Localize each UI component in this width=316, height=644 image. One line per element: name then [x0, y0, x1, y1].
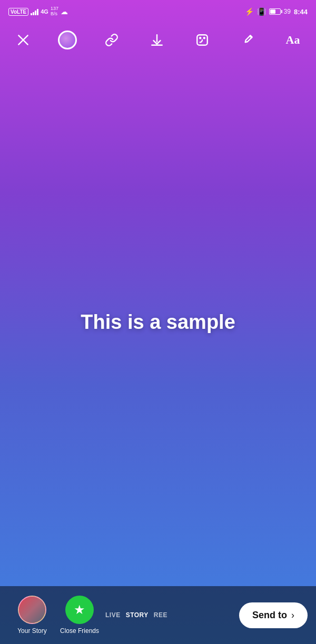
close-friends-tab[interactable]: ★ Close Friends	[56, 596, 103, 635]
status-bar: VoLTE 4G 137B/s ☁ ⚡ 📳 39 8:44	[0, 0, 316, 23]
send-to-label: Send to	[252, 610, 287, 621]
story-type-tabs: LIVE STORY REE	[105, 611, 167, 619]
link-button[interactable]	[101, 29, 122, 51]
star-icon: ★	[74, 602, 85, 617]
tab-story[interactable]: STORY	[126, 611, 149, 619]
close-button[interactable]	[13, 29, 34, 51]
story-main-text: This is a sample	[81, 311, 235, 334]
bottom-action-bar: Your Story ★ Close Friends LIVE STORY RE…	[0, 586, 316, 644]
text-format-label: Aa	[286, 33, 300, 47]
story-text-overlay[interactable]: This is a sample	[81, 311, 235, 334]
svg-point-4	[200, 37, 201, 38]
tab-live[interactable]: LIVE	[105, 611, 121, 619]
battery-indicator	[269, 8, 281, 15]
battery-percent: 39	[284, 8, 291, 15]
network-type: 4G	[41, 8, 48, 15]
send-to-button[interactable]: Send to ›	[239, 602, 308, 628]
sticker-icon	[195, 33, 209, 47]
story-toolbar: Aa	[0, 23, 316, 57]
avatar-image	[19, 597, 45, 623]
bluetooth-icon: ⚡	[245, 7, 254, 16]
cloud-icon: ☁	[61, 7, 68, 16]
color-selector[interactable]	[58, 31, 77, 49]
link-icon	[105, 33, 118, 47]
draw-icon	[241, 33, 254, 47]
sticker-button[interactable]	[192, 29, 213, 51]
your-story-tab[interactable]: Your Story	[8, 596, 56, 635]
status-right: ⚡ 📳 39 8:44	[245, 7, 308, 16]
data-speed: 137B/s	[51, 6, 58, 17]
your-story-avatar	[18, 596, 46, 624]
status-left: VoLTE 4G 137B/s ☁	[8, 6, 68, 17]
signal-bars	[31, 8, 38, 15]
vibrate-icon: 📳	[257, 7, 266, 16]
battery-fill	[270, 9, 276, 14]
svg-point-5	[204, 37, 205, 38]
close-icon	[16, 33, 30, 47]
status-time: 8:44	[294, 8, 308, 16]
send-to-arrow-icon: ›	[291, 610, 294, 621]
download-icon	[150, 33, 164, 47]
your-story-label: Your Story	[17, 627, 47, 635]
text-button[interactable]: Aa	[282, 29, 303, 51]
close-friends-label: Close Friends	[60, 627, 99, 635]
tab-reel[interactable]: REE	[154, 611, 167, 619]
volte-indicator: VoLTE	[8, 8, 28, 16]
draw-button[interactable]	[237, 29, 258, 51]
close-friends-avatar: ★	[65, 596, 94, 624]
download-button[interactable]	[146, 29, 167, 51]
